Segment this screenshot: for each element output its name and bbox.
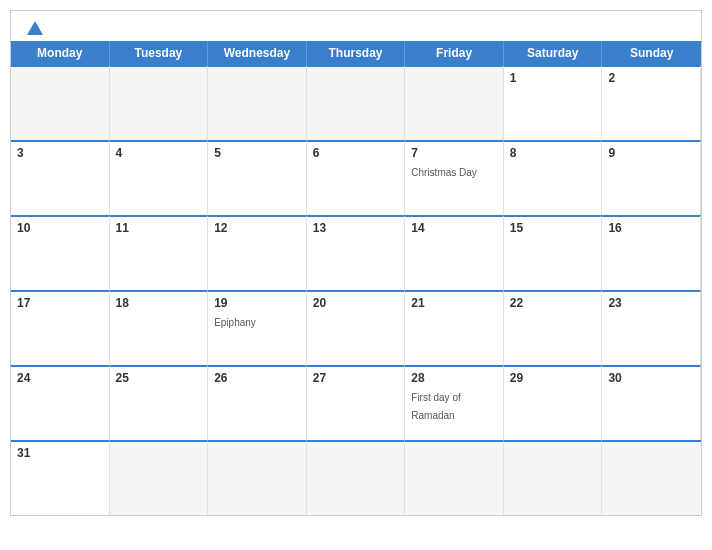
day-number: 7 — [411, 146, 497, 160]
day-cell: 7Christmas Day — [405, 140, 504, 215]
day-number: 28 — [411, 371, 497, 385]
day-cell: 5 — [208, 140, 307, 215]
day-number: 30 — [608, 371, 694, 385]
day-cell — [405, 440, 504, 515]
logo — [23, 19, 47, 37]
day-cell: 28First day ofRamadan — [405, 365, 504, 440]
day-number: 15 — [510, 221, 596, 235]
day-number: 21 — [411, 296, 497, 310]
day-header-friday: Friday — [405, 41, 504, 65]
day-cell — [504, 440, 603, 515]
day-number: 23 — [608, 296, 694, 310]
day-cell — [208, 440, 307, 515]
day-cell: 20 — [307, 290, 406, 365]
day-cell — [110, 65, 209, 140]
day-number: 6 — [313, 146, 399, 160]
day-cell: 16 — [602, 215, 701, 290]
day-cell — [405, 65, 504, 140]
day-cell: 1 — [504, 65, 603, 140]
day-number: 5 — [214, 146, 300, 160]
day-headers-row: MondayTuesdayWednesdayThursdayFridaySatu… — [11, 41, 701, 65]
day-number: 22 — [510, 296, 596, 310]
day-header-thursday: Thursday — [307, 41, 406, 65]
day-cell: 3 — [11, 140, 110, 215]
day-number: 29 — [510, 371, 596, 385]
day-cell: 25 — [110, 365, 209, 440]
day-cell — [110, 440, 209, 515]
day-event: Christmas Day — [411, 167, 477, 178]
day-number: 12 — [214, 221, 300, 235]
day-cell: 10 — [11, 215, 110, 290]
day-number: 13 — [313, 221, 399, 235]
day-number: 8 — [510, 146, 596, 160]
logo-triangle-icon — [27, 21, 43, 35]
day-cell: 24 — [11, 365, 110, 440]
day-number: 18 — [116, 296, 202, 310]
day-cell — [208, 65, 307, 140]
day-number: 16 — [608, 221, 694, 235]
day-number: 10 — [17, 221, 103, 235]
day-cell — [307, 440, 406, 515]
day-cell: 17 — [11, 290, 110, 365]
day-number: 9 — [608, 146, 694, 160]
day-header-saturday: Saturday — [504, 41, 603, 65]
day-header-tuesday: Tuesday — [110, 41, 209, 65]
day-cell: 2 — [602, 65, 701, 140]
day-event: Epiphany — [214, 317, 256, 328]
day-number: 26 — [214, 371, 300, 385]
day-cell: 26 — [208, 365, 307, 440]
day-number: 17 — [17, 296, 103, 310]
day-header-monday: Monday — [11, 41, 110, 65]
day-number: 14 — [411, 221, 497, 235]
day-cell: 23 — [602, 290, 701, 365]
day-cell: 21 — [405, 290, 504, 365]
day-cell: 4 — [110, 140, 209, 215]
day-number: 20 — [313, 296, 399, 310]
day-cell: 31 — [11, 440, 110, 515]
day-cell: 12 — [208, 215, 307, 290]
day-header-sunday: Sunday — [602, 41, 701, 65]
day-cell: 13 — [307, 215, 406, 290]
day-cell: 14 — [405, 215, 504, 290]
day-event: First day ofRamadan — [411, 392, 460, 421]
day-header-wednesday: Wednesday — [208, 41, 307, 65]
day-number: 3 — [17, 146, 103, 160]
day-number: 2 — [608, 71, 694, 85]
day-cell: 30 — [602, 365, 701, 440]
day-number: 27 — [313, 371, 399, 385]
day-number: 31 — [17, 446, 103, 460]
day-cell — [307, 65, 406, 140]
day-cell: 11 — [110, 215, 209, 290]
day-cell — [11, 65, 110, 140]
day-number: 1 — [510, 71, 596, 85]
day-cell: 22 — [504, 290, 603, 365]
calendar: MondayTuesdayWednesdayThursdayFridaySatu… — [10, 10, 702, 516]
day-cell: 8 — [504, 140, 603, 215]
day-cell: 27 — [307, 365, 406, 440]
day-cell: 6 — [307, 140, 406, 215]
day-cell — [602, 440, 701, 515]
day-number: 19 — [214, 296, 300, 310]
calendar-grid: 1234567Christmas Day89101112131415161718… — [11, 65, 701, 515]
day-number: 11 — [116, 221, 202, 235]
calendar-header — [11, 11, 701, 41]
day-cell: 29 — [504, 365, 603, 440]
day-cell: 19Epiphany — [208, 290, 307, 365]
day-cell: 15 — [504, 215, 603, 290]
day-cell: 9 — [602, 140, 701, 215]
day-cell: 18 — [110, 290, 209, 365]
day-number: 24 — [17, 371, 103, 385]
day-number: 25 — [116, 371, 202, 385]
day-number: 4 — [116, 146, 202, 160]
